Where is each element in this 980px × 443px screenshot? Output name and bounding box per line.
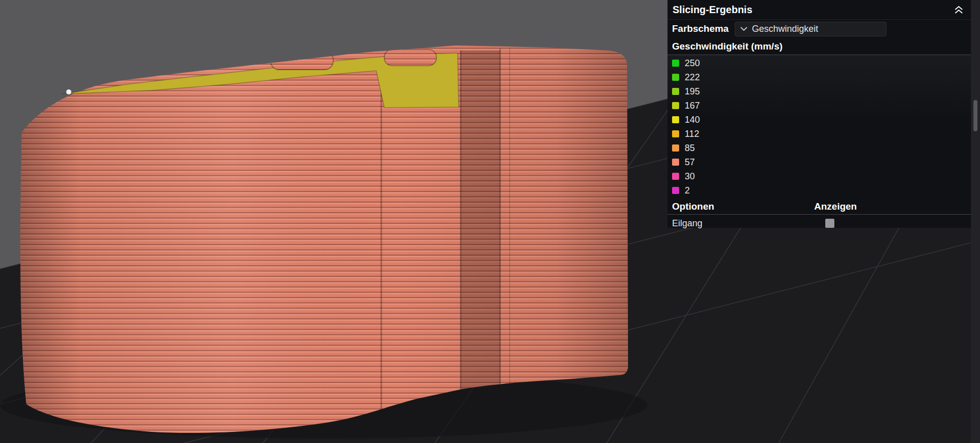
travel-checkbox[interactable] (825, 219, 834, 228)
legend-row: 30 (667, 169, 971, 183)
legend-row: 140 (667, 113, 971, 127)
legend-row: 222 (667, 70, 971, 84)
collapse-panel-button[interactable] (954, 6, 964, 14)
chevrons-up-icon (954, 6, 964, 14)
color-scheme-label: Farbschema (672, 23, 729, 34)
legend-row: 112 (667, 127, 971, 141)
color-scheme-dropdown[interactable]: Geschwindigkeit (735, 22, 886, 36)
speed-color-swatch (672, 130, 679, 137)
legend-row: 85 (667, 141, 971, 155)
speed-color-swatch (672, 102, 679, 109)
sliced-model (20, 45, 628, 433)
speed-color-swatch (672, 159, 679, 166)
speed-color-swatch (672, 173, 679, 180)
legend-title: Geschwindigkeit (mm/s) (667, 38, 971, 55)
color-scheme-row: Farbschema Geschwindigkeit (667, 20, 971, 38)
legend-row: 167 (667, 99, 971, 113)
scrollbar-thumb[interactable] (973, 100, 977, 131)
slicing-result-panel: Slicing-Ergebnis Farbschema Geschwindigk… (667, 0, 971, 228)
option-row-travel: Eilgang (667, 215, 971, 232)
speed-value: 30 (685, 171, 695, 182)
speed-value: 112 (685, 129, 699, 139)
speed-color-swatch (672, 116, 679, 123)
panel-title: Slicing-Ergebnis (673, 4, 954, 16)
slicer-app-window: Slicing-Ergebnis Farbschema Geschwindigk… (0, 0, 980, 443)
speed-color-swatch (672, 187, 679, 194)
options-header-row: Optionen Anzeigen (667, 199, 971, 215)
legend-row: 195 (667, 84, 971, 99)
legend-row: 250 (667, 56, 971, 70)
speed-value: 195 (685, 86, 700, 97)
chevron-down-icon (740, 27, 747, 31)
speed-color-swatch (672, 144, 679, 152)
color-scheme-value: Geschwindigkeit (752, 24, 818, 34)
speed-value: 85 (685, 143, 695, 154)
show-header: Anzeigen (814, 201, 857, 212)
panel-titlebar: Slicing-Ergebnis (667, 0, 971, 20)
speed-value: 167 (685, 101, 700, 111)
speed-color-swatch (672, 60, 679, 67)
scrollbar-track (971, 0, 980, 443)
speed-color-swatch (672, 88, 679, 95)
speed-value: 57 (685, 157, 695, 168)
model-highlight-dot (66, 89, 71, 94)
legend-list: 250 222 195 167 140 112 85 57 30 2 (667, 55, 971, 198)
legend-row: 57 (667, 155, 971, 169)
speed-value: 2 (685, 185, 690, 196)
legend-row: 2 (667, 183, 971, 198)
travel-option-label: Eilgang (667, 218, 814, 229)
speed-value: 140 (685, 115, 700, 125)
options-header: Optionen (667, 201, 814, 212)
speed-color-swatch (672, 74, 679, 81)
speed-value: 250 (685, 58, 700, 69)
speed-value: 222 (685, 72, 700, 83)
